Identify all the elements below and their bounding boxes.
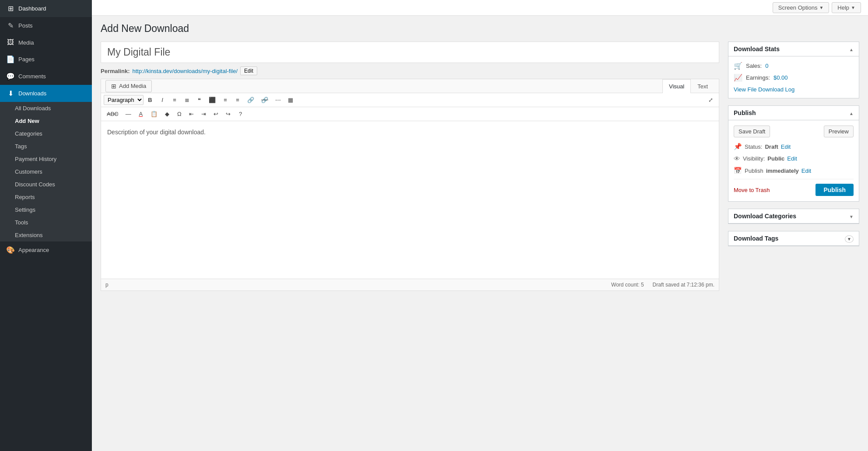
- align-right-button[interactable]: ≡: [232, 95, 243, 105]
- indent-button[interactable]: ⇥: [198, 109, 210, 119]
- download-tags-box: Download Tags: [728, 231, 859, 246]
- sidebar-item-pages[interactable]: 📄 Pages: [0, 51, 92, 68]
- word-count: Word count: 5: [611, 282, 644, 288]
- visibility-edit-link[interactable]: Edit: [787, 155, 797, 162]
- strikethrough-button[interactable]: ABC: [104, 109, 122, 119]
- bold-button[interactable]: B: [144, 95, 156, 105]
- expand-categories-icon: [849, 213, 854, 220]
- main-content: Screen Options ▼ Help ▼ Add New Download…: [92, 0, 868, 451]
- sidebar-item-media[interactable]: 🖼 Media: [0, 34, 92, 51]
- publish-body: Save Draft Preview 📌 Status: Draft Edit …: [728, 120, 859, 201]
- sidebar-item-label: Posts: [18, 22, 33, 29]
- paste-text-button[interactable]: 📋: [147, 109, 161, 119]
- tab-text[interactable]: Text: [691, 79, 714, 93]
- publish-header[interactable]: Publish: [728, 106, 859, 120]
- redo-button[interactable]: ↪: [223, 109, 234, 119]
- clear-formatting-button[interactable]: ◆: [161, 109, 173, 119]
- sales-value-link[interactable]: 0: [765, 63, 768, 69]
- sidebar-item-customers[interactable]: Customers: [0, 165, 92, 178]
- paragraph-tag: p: [105, 282, 108, 288]
- editor-tab-group: Visual Text: [662, 79, 714, 93]
- sidebar-item-downloads[interactable]: ⬇ Downloads: [0, 85, 92, 102]
- title-input[interactable]: [107, 46, 713, 58]
- chevron-down-icon: ▼: [819, 5, 823, 10]
- sidebar-item-reports[interactable]: Reports: [0, 191, 92, 203]
- preview-button[interactable]: Preview: [824, 126, 854, 137]
- earnings-value-link[interactable]: $0.00: [774, 74, 788, 81]
- undo-button[interactable]: ↩: [210, 109, 222, 119]
- collapse-publish-icon: [849, 110, 854, 116]
- sidebar-item-appearance[interactable]: 🎨 Appearance: [0, 241, 92, 259]
- permalink-url[interactable]: http://kinsta.dev/downloads/my-digital-f…: [132, 68, 238, 74]
- paragraph-select[interactable]: Paragraph: [104, 95, 144, 105]
- status-edit-link[interactable]: Edit: [781, 143, 791, 150]
- sidebar-item-all-downloads[interactable]: All Downloads: [0, 102, 92, 115]
- sidebar-item-label: Downloads: [18, 90, 46, 97]
- sidebar-item-add-new[interactable]: Add New: [0, 115, 92, 127]
- sidebar-item-discount-codes[interactable]: Discount Codes: [0, 178, 92, 191]
- move-to-trash-link[interactable]: Move to Trash: [734, 187, 770, 193]
- sidebar-item-extensions[interactable]: Extensions: [0, 229, 92, 241]
- view-log-row: View File Download Log: [734, 86, 854, 93]
- visibility-icon: 👁: [734, 155, 740, 162]
- unordered-list-button[interactable]: ≡: [169, 95, 180, 105]
- publish-time-edit-link[interactable]: Edit: [802, 168, 811, 174]
- download-stats-header[interactable]: Download Stats: [728, 42, 859, 56]
- sidebar-item-settings[interactable]: Settings: [0, 203, 92, 216]
- outdent-button[interactable]: ⇤: [186, 109, 197, 119]
- help-editor-button[interactable]: ?: [235, 109, 246, 119]
- topbar: Screen Options ▼ Help ▼: [92, 0, 868, 16]
- download-categories-header[interactable]: Download Categories: [728, 209, 859, 224]
- ordered-list-button[interactable]: ≣: [181, 95, 192, 105]
- download-tags-header[interactable]: Download Tags: [728, 231, 859, 246]
- download-stats-title: Download Stats: [734, 45, 780, 52]
- visibility-value: Public: [767, 155, 784, 162]
- blockquote-button[interactable]: ❝: [193, 95, 205, 105]
- sidebar-item-label: Media: [18, 39, 34, 46]
- tab-visual[interactable]: Visual: [662, 79, 691, 93]
- download-stats-body: 🛒 Sales: 0 📈 Earnings: $0.00 View File D…: [728, 56, 859, 98]
- remove-link-button[interactable]: 🔗: [258, 95, 271, 105]
- add-media-button[interactable]: ⊞ Add Media: [105, 80, 152, 92]
- calendar-icon: 📅: [734, 167, 742, 175]
- help-button[interactable]: Help ▼: [832, 2, 861, 13]
- publish-static-label: Publish: [745, 168, 763, 174]
- sidebar-item-payment-history[interactable]: Payment History: [0, 153, 92, 165]
- text-color-button[interactable]: A: [135, 109, 147, 119]
- publish-button[interactable]: Publish: [816, 184, 854, 196]
- fullscreen-button[interactable]: ⤢: [705, 95, 716, 105]
- view-log-link[interactable]: View File Download Log: [734, 86, 794, 93]
- sidebar-item-label: Dashboard: [18, 5, 46, 12]
- draft-saved-text: Draft saved at 7:12:36 pm.: [653, 282, 714, 288]
- sidebar-item-tools[interactable]: Tools: [0, 216, 92, 229]
- insert-link-button[interactable]: 🔗: [244, 95, 257, 105]
- sidebar-item-comments[interactable]: 💬 Comments: [0, 68, 92, 85]
- title-box: [101, 42, 719, 63]
- align-center-button[interactable]: ≡: [220, 95, 231, 105]
- toolbar2: ABC — A 📋 ◆ Ω ⇤ ⇥ ↩ ↪ ?: [101, 107, 719, 121]
- add-media-icon: ⊞: [111, 83, 116, 90]
- content-area: Permalink: http://kinsta.dev/downloads/m…: [101, 42, 859, 291]
- italic-button[interactable]: I: [157, 95, 168, 105]
- earnings-row: 📈 Earnings: $0.00: [734, 73, 854, 82]
- publish-when: immediately: [766, 168, 799, 174]
- align-left-button[interactable]: ⬛: [206, 95, 219, 105]
- sidebar-item-categories[interactable]: Categories: [0, 127, 92, 140]
- download-stats-box: Download Stats 🛒 Sales: 0 📈 Earnings: $0…: [728, 42, 859, 98]
- toolbar-toggle-button[interactable]: ▦: [285, 95, 296, 105]
- sidebar-item-posts[interactable]: ✎ Posts: [0, 17, 92, 34]
- special-char-button[interactable]: Ω: [174, 109, 185, 119]
- sidebar-item-label: Comments: [18, 73, 46, 80]
- publish-box: Publish Save Draft Preview 📌 Status: Dra…: [728, 105, 859, 202]
- publish-actions: Save Draft Preview: [734, 126, 854, 137]
- editor-content[interactable]: Description of your digital download.: [101, 121, 719, 279]
- insert-readmore-button[interactable]: ⋯: [272, 95, 284, 105]
- status-value: Draft: [765, 143, 778, 150]
- horizontal-rule-button[interactable]: —: [122, 109, 134, 119]
- sidebar-item-tags[interactable]: Tags: [0, 140, 92, 153]
- screen-options-button[interactable]: Screen Options ▼: [773, 2, 830, 13]
- save-draft-button[interactable]: Save Draft: [734, 126, 770, 137]
- sidebar-item-label: Appearance: [18, 247, 49, 253]
- permalink-edit-button[interactable]: Edit: [240, 66, 257, 75]
- sidebar-item-dashboard[interactable]: ⊞ Dashboard: [0, 0, 92, 17]
